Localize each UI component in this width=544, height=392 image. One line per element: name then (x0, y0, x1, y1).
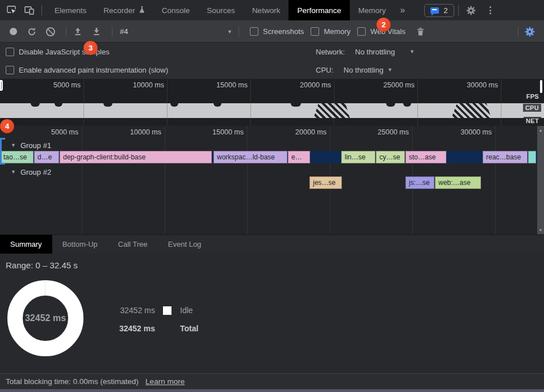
clear-button[interactable] (43, 24, 58, 39)
legend-value: 32452 ms (116, 324, 155, 333)
overview-tick-label: 20000 ms (300, 81, 331, 89)
save-profile-button[interactable] (89, 24, 104, 39)
overview-gridline (167, 103, 168, 118)
annotation-badge-3[interactable]: 3 (83, 41, 98, 55)
flask-icon (139, 6, 145, 15)
flame-bar[interactable]: jes…se (309, 176, 342, 189)
tab-bottom-up[interactable]: Bottom-Up (52, 235, 108, 254)
chevron-down-icon: ▼ (409, 49, 415, 54)
overview-gridline (417, 79, 418, 126)
flame-bar[interactable]: js:…se (405, 176, 434, 189)
fps-lane-label: FPS (524, 92, 541, 100)
cpu-value: No throttling (344, 66, 383, 74)
tab-elements[interactable]: Elements (46, 0, 95, 20)
flame-bar[interactable]: e… (288, 151, 310, 163)
vertical-scrollbar[interactable]: ▲ ▼ (537, 126, 544, 234)
learn-more-link[interactable]: Learn more (145, 377, 185, 386)
footer-bar: Total blocking time: 0.00ms (estimated) … (0, 373, 544, 389)
inspect-element-icon[interactable] (3, 2, 20, 18)
group-1-track: tao…sed…edep-graph-client:build-basework… (0, 151, 537, 163)
trash-button[interactable] (413, 24, 428, 39)
memory-checkbox[interactable]: Memory (311, 27, 350, 36)
tab-label: Sources (207, 6, 235, 15)
tab-memory[interactable]: Memory (350, 0, 395, 20)
record-button[interactable] (6, 24, 20, 39)
network-throttle-select[interactable]: Network: No throttling ▼ (316, 48, 415, 56)
cpu-notch (55, 103, 62, 107)
legend-row-total: 32452 ms Total (116, 319, 198, 338)
cpu-notch (403, 103, 411, 107)
cpu-lane-label: CPU (523, 104, 541, 112)
overview-gridline (334, 103, 334, 118)
reload-and-record-button[interactable] (24, 24, 39, 39)
selection-bracket (0, 138, 5, 165)
cpu-notch (170, 103, 178, 107)
timeline-overview[interactable]: FPS CPU NET 5000 ms10000 ms15000 ms20000… (0, 79, 544, 126)
capture-settings-gear-icon[interactable] (522, 24, 537, 39)
flame-bar[interactable]: lin…se (341, 151, 375, 163)
flame-chart[interactable]: ▼ Group #1 tao…sed…edep-graph-client:bui… (0, 126, 544, 234)
load-profile-button[interactable] (70, 24, 85, 39)
tab-call-tree[interactable]: Call Tree (108, 235, 158, 254)
overview-handle-left[interactable] (0, 80, 3, 91)
flame-bar[interactable]: d…e (34, 151, 59, 163)
overview-tick-label: 15000 ms (216, 81, 248, 89)
legend-label: Total (180, 324, 198, 333)
group-label: Group #1 (20, 141, 51, 150)
flame-tick-label: 15000 ms (212, 128, 244, 136)
scroll-up-icon[interactable]: ▲ (537, 128, 544, 132)
scroll-down-icon[interactable]: ▼ (537, 228, 544, 232)
tab-summary[interactable]: Summary (0, 235, 52, 254)
checkbox-label: Enable advanced paint instrumentation (s… (19, 66, 168, 74)
tab-sources[interactable]: Sources (198, 0, 244, 20)
overview-gridline (167, 79, 168, 126)
flame-bar[interactable]: sto…ase (405, 151, 446, 163)
tab-recorder[interactable]: Recorder (95, 0, 153, 20)
annotation-badge-2[interactable]: 2 (376, 18, 391, 32)
legend-label: Idle (180, 306, 193, 315)
divider (66, 27, 66, 37)
checkbox-label: Memory (324, 27, 350, 36)
cpu-notch (291, 103, 301, 107)
history-select[interactable]: #4 ▼ (120, 27, 232, 36)
cpu-throttle-select[interactable]: CPU: No throttling ▼ (316, 66, 392, 74)
flame-bar[interactable]: dep-graph-client:build-base (60, 151, 212, 163)
flame-bar[interactable]: web:…ase (435, 176, 481, 189)
flame-bar[interactable] (528, 151, 536, 163)
divider (458, 5, 459, 15)
tab-performance[interactable]: Performance (288, 0, 349, 20)
tab-event-log[interactable]: Event Log (158, 235, 212, 254)
summary-legend: 32452 ms Idle 32452 ms Total (116, 301, 198, 338)
window-bottom-strip (0, 389, 544, 392)
tab-console[interactable]: Console (153, 0, 199, 20)
group-2-row[interactable]: ▼ Group #2 (0, 166, 51, 178)
overview-handle-right[interactable] (540, 80, 542, 93)
flame-tick-label: 10000 ms (130, 128, 161, 136)
device-toolbar-icon[interactable] (20, 2, 37, 18)
screenshots-checkbox[interactable]: Screenshots (250, 27, 304, 36)
more-tabs-chevron-icon[interactable]: » (394, 5, 411, 15)
expander-triangle-icon[interactable]: ▼ (11, 142, 16, 148)
cpu-notch (31, 103, 40, 107)
tab-network[interactable]: Network (244, 0, 289, 20)
options-row-1: Disable JavaScript samples Network: No t… (0, 43, 544, 61)
flame-bar[interactable]: workspac…ld-base (214, 151, 287, 163)
total-blocking-time-text: Total blocking time: 0.00ms (estimated) (6, 377, 139, 386)
devtools-tabbar: Elements Recorder Console Sources Networ… (0, 0, 544, 21)
donut-center-label: 32452 ms (7, 280, 83, 356)
advanced-paint-checkbox[interactable]: Enable advanced paint instrumentation (s… (6, 66, 168, 74)
flame-bar[interactable]: reac…base (483, 151, 528, 163)
flame-bar[interactable]: cy…se (376, 151, 405, 163)
overview-tick-label: 10000 ms (133, 81, 164, 89)
tab-label: Call Tree (118, 240, 148, 248)
overview-tick-label: 25000 ms (383, 81, 415, 89)
settings-gear-icon[interactable] (463, 2, 480, 18)
expander-triangle-icon[interactable]: ▼ (11, 169, 16, 175)
cpu-notch (103, 103, 112, 107)
kebab-menu-icon[interactable] (480, 2, 501, 18)
tab-label: Summary (10, 240, 42, 248)
group-1-row[interactable]: ▼ Group #1 (0, 140, 51, 151)
tab-label: Performance (297, 6, 341, 15)
annotation-badge-4[interactable]: 4 (0, 119, 14, 133)
issues-chat-button[interactable]: 2 (424, 4, 454, 17)
